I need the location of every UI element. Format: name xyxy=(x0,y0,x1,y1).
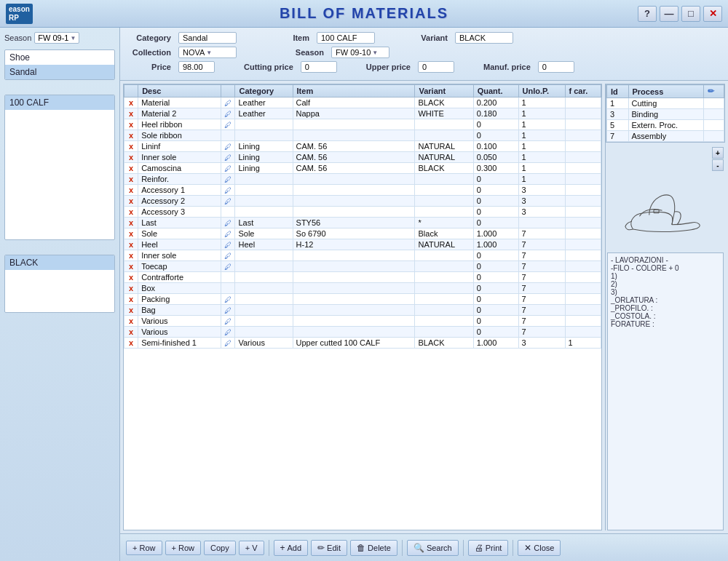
row-x-cell: x xyxy=(124,250,138,261)
row-edit-icon[interactable]: 🖊 xyxy=(224,306,232,314)
table-area[interactable]: Desc Category Item Variant Quant. Unlo.P… xyxy=(123,84,602,530)
row-variant-cell xyxy=(415,185,473,196)
row-variant-cell: Black xyxy=(415,228,473,239)
add-row-button[interactable]: + Row xyxy=(126,541,162,555)
row-delete-icon[interactable]: x xyxy=(127,131,135,140)
row-x-cell: x xyxy=(124,185,138,196)
process-edit-col[interactable]: ✏ xyxy=(703,85,724,98)
row-x-cell: x xyxy=(124,141,138,152)
row-edit-icon[interactable]: 🖊 xyxy=(224,186,232,194)
row-edit-icon[interactable]: 🖊 xyxy=(224,219,232,227)
row-delete-icon[interactable]: x xyxy=(127,218,135,227)
row-quant-cell: 0.300 xyxy=(473,163,518,174)
row-delete-icon[interactable]: x xyxy=(127,98,135,107)
row-delete-icon[interactable]: x xyxy=(127,338,135,347)
row-delete-icon[interactable]: x xyxy=(127,327,135,336)
row-delete-icon[interactable]: x xyxy=(127,262,135,271)
row-delete-icon[interactable]: x xyxy=(127,240,135,249)
row-x-cell: x xyxy=(124,272,138,283)
scroll-up-button[interactable]: + xyxy=(712,147,724,159)
add-button[interactable]: + Add xyxy=(274,540,309,556)
row-delete-icon[interactable]: x xyxy=(127,273,135,282)
row-edit-icon[interactable]: 🖊 xyxy=(224,143,232,151)
row-unlo-cell: 7 xyxy=(518,327,565,338)
row-fcar-cell xyxy=(565,239,601,250)
row-delete-icon[interactable]: x xyxy=(127,186,135,194)
row-edit-icon[interactable]: 🖊 xyxy=(224,154,232,162)
row-item-cell xyxy=(293,272,415,283)
row-item-cell: H-12 xyxy=(293,239,415,250)
add-row2-button[interactable]: + Row xyxy=(165,541,202,555)
edit-button[interactable]: ✏ Edit xyxy=(311,540,347,556)
season-form-dropdown[interactable]: FW 09-10 ▼ xyxy=(331,47,389,58)
delete-button[interactable]: 🗑 Delete xyxy=(350,540,397,556)
row-edit-icon[interactable]: 🖊 xyxy=(224,164,232,172)
row-edit-icon[interactable]: 🖊 xyxy=(224,230,232,238)
collection-dropdown[interactable]: NOVA ▼ xyxy=(178,47,237,58)
row-unlo-cell: 1 xyxy=(518,174,565,185)
print-icon: 🖨 xyxy=(475,543,483,553)
row-edit-icon[interactable]: 🖊 xyxy=(224,197,232,205)
minimize-button[interactable]: — xyxy=(660,6,678,22)
scroll-buttons: + - xyxy=(712,147,724,171)
row-edit-icon[interactable]: 🖊 xyxy=(224,339,232,347)
row-edit-icon[interactable]: 🖊 xyxy=(224,99,232,107)
row-fcar-cell xyxy=(565,250,601,261)
row-edit-icon[interactable]: 🖊 xyxy=(224,241,232,249)
row-delete-icon[interactable]: x xyxy=(127,120,135,129)
list-item[interactable]: Sandal xyxy=(5,65,114,79)
print-button[interactable]: 🖨 Print xyxy=(468,540,509,556)
row-quant-cell: 0.180 xyxy=(473,108,518,119)
row-edit-icon[interactable]: 🖊 xyxy=(224,328,232,336)
copy-button[interactable]: Copy xyxy=(204,541,236,555)
row-edit-icon[interactable]: 🖊 xyxy=(224,295,232,303)
row-delete-icon[interactable]: x xyxy=(127,317,135,325)
close-button[interactable]: ✕ Close xyxy=(518,540,561,556)
row-quant-cell: 0 xyxy=(473,119,518,130)
col-fcar: f car. xyxy=(565,85,601,98)
row-delete-icon[interactable]: x xyxy=(127,295,135,303)
upper-price-value: 0 xyxy=(418,61,454,73)
row-delete-icon[interactable]: x xyxy=(127,207,135,216)
row-delete-icon[interactable]: x xyxy=(127,196,135,205)
row-edit-icon[interactable]: 🖊 xyxy=(224,110,232,118)
close-window-button[interactable]: ✕ xyxy=(703,6,722,22)
row-variant-cell xyxy=(415,207,473,218)
item-label: Item xyxy=(266,33,309,42)
row-delete-icon[interactable]: x xyxy=(127,153,135,162)
season-dropdown[interactable]: FW 09-1 ▼ xyxy=(34,32,79,44)
row-delete-icon[interactable]: x xyxy=(127,142,135,151)
row-edit-icon[interactable]: 🖊 xyxy=(224,317,232,325)
row-unlo-cell: 1 xyxy=(518,130,565,141)
edit-icon: ✏ xyxy=(317,543,325,553)
list-item[interactable]: Shoe xyxy=(5,50,114,65)
list-item[interactable]: 100 CALF xyxy=(5,95,114,110)
plus-v-button[interactable]: + V xyxy=(239,541,264,555)
row-edit-icon[interactable]: 🖊 xyxy=(224,121,232,129)
row-edit-icon[interactable]: 🖊 xyxy=(224,263,232,271)
row-quant-cell: 0.200 xyxy=(473,98,518,108)
maximize-button[interactable]: □ xyxy=(681,6,700,22)
row-delete-icon[interactable]: x xyxy=(127,284,135,293)
row-desc-cell: Bag xyxy=(138,305,221,316)
col-edit xyxy=(221,85,235,98)
row-fcar-cell xyxy=(565,228,601,239)
row-delete-icon[interactable]: x xyxy=(127,109,135,118)
row-delete-icon[interactable]: x xyxy=(127,164,135,172)
row-edit-icon[interactable]: 🖊 xyxy=(224,175,232,183)
row-delete-icon[interactable]: x xyxy=(127,229,135,238)
logo: eason RP xyxy=(6,4,33,24)
row-delete-icon[interactable]: x xyxy=(127,251,135,260)
row-delete-icon[interactable]: x xyxy=(127,306,135,314)
row-fcar-cell xyxy=(565,327,601,338)
search-button[interactable]: 🔍 Search xyxy=(407,540,459,556)
cutting-price-value: 0 xyxy=(301,61,337,73)
row-edit-icon[interactable]: 🖊 xyxy=(224,252,232,260)
table-row: x Accessory 3 0 3 xyxy=(124,207,601,218)
help-button[interactable]: ? xyxy=(638,6,657,22)
scroll-down-button[interactable]: - xyxy=(712,159,724,171)
row-unlo-cell: 3 xyxy=(518,207,565,218)
list-item[interactable]: BLACK xyxy=(5,255,114,270)
row-delete-icon[interactable]: x xyxy=(127,175,135,183)
process-name: Extern. Proc. xyxy=(628,120,703,131)
